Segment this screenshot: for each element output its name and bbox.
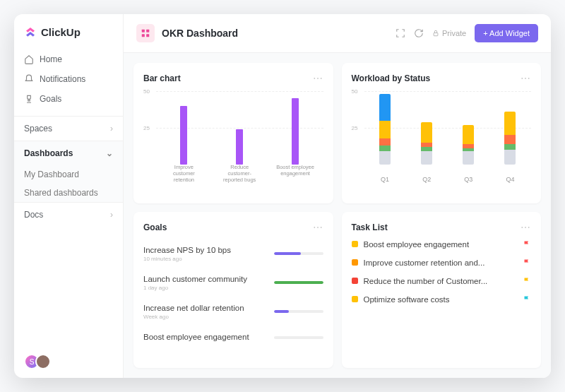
flag-icon — [523, 295, 531, 304]
goal-name: Launch customer community — [143, 275, 247, 283]
task-name: Improve customer retention and... — [364, 259, 518, 267]
status-dot — [352, 278, 358, 284]
app-window: ClickUp Home Notifications Goals Spaces … — [14, 14, 551, 378]
add-widget-button[interactable]: + Add Widget — [475, 24, 538, 42]
goals-list: Increase NPS by 10 bps 10 minutes ago La… — [143, 240, 323, 348]
x-axis-label: Q4 — [496, 176, 524, 183]
x-axis-label: Reduce customer-reported bugs — [220, 164, 259, 183]
bar-chart: 2550Improve customer retentionReduce cus… — [143, 91, 323, 183]
more-icon[interactable]: ⋯ — [521, 222, 531, 233]
card-title: Goals — [143, 222, 167, 232]
topbar-actions: Private + Add Widget — [396, 24, 538, 42]
goal-name: Increase net dollar retention — [143, 304, 244, 312]
nav-shared-dashboards[interactable]: Shared dashboards — [14, 184, 123, 202]
nav-dashboards[interactable]: Dashboards ⌄ — [14, 141, 123, 165]
nav-spaces[interactable]: Spaces › — [14, 116, 123, 141]
goal-name: Increase NPS by 10 bps — [143, 246, 231, 254]
more-icon[interactable]: ⋯ — [313, 73, 323, 84]
topbar: OKR Dashboard Private + Add Widget — [124, 14, 551, 53]
card-tasks: Task List ⋯ Boost employee engagement Im… — [342, 212, 542, 369]
flag-icon — [523, 259, 531, 267]
nav-dashboards-section: Dashboards ⌄ My Dashboard Shared dashboa… — [14, 141, 123, 202]
dashboards-label: Dashboards — [24, 148, 73, 158]
card-goals: Goals ⋯ Increase NPS by 10 bps 10 minute… — [133, 212, 333, 369]
goal-item[interactable]: Increase net dollar retention Week ago — [143, 298, 323, 326]
user-avatars: S — [14, 345, 123, 378]
nav-label: Goals — [40, 94, 61, 104]
dashboard-content: Bar chart ⋯ 2550Improve customer retenti… — [124, 53, 551, 378]
page-title: OKR Dashboard — [162, 28, 238, 39]
nav-label: Home — [40, 54, 62, 64]
chart-bar — [379, 94, 391, 165]
svg-rect-3 — [146, 34, 149, 37]
progress-bar — [274, 281, 323, 284]
goal-time: 10 minutes ago — [143, 256, 231, 262]
lock-icon — [432, 30, 439, 37]
expand-icon[interactable] — [396, 28, 405, 38]
svg-rect-2 — [142, 34, 145, 37]
flag-icon — [523, 240, 531, 249]
card-title: Workload by Status — [352, 73, 431, 83]
spaces-label: Spaces — [24, 124, 52, 133]
flag-icon — [523, 277, 531, 285]
brand-text: ClickUp — [41, 26, 81, 38]
chart-bar — [463, 125, 474, 165]
progress-bar — [274, 310, 323, 313]
trophy-icon — [24, 94, 34, 104]
svg-rect-4 — [434, 33, 438, 36]
stacked-bar-chart: 2550Q1Q2Q3Q4 — [352, 91, 532, 183]
card-workload: Workload by Status ⋯ 2550Q1Q2Q3Q4 — [342, 63, 542, 203]
goal-time: 1 day ago — [143, 285, 247, 291]
goal-name: Boost employee engagement — [143, 333, 249, 341]
svg-rect-1 — [146, 30, 149, 32]
chart-bar — [180, 106, 187, 165]
nav-primary: Home Notifications Goals — [14, 49, 123, 109]
nav-notifications[interactable]: Notifications — [24, 69, 113, 89]
task-item[interactable]: Boost employee engagement — [352, 240, 532, 249]
chevron-down-icon: ⌄ — [106, 148, 113, 158]
status-dot — [352, 259, 358, 266]
more-icon[interactable]: ⋯ — [521, 73, 531, 84]
chart-bar — [236, 129, 243, 165]
goal-time: Week ago — [143, 314, 244, 320]
main: OKR Dashboard Private + Add Widget Bar c… — [124, 14, 551, 378]
x-axis-label: Q3 — [454, 176, 482, 183]
nav-docs[interactable]: Docs › — [14, 202, 123, 227]
goal-item[interactable]: Launch customer community 1 day ago — [143, 269, 323, 297]
progress-bar — [274, 252, 323, 255]
refresh-icon[interactable] — [414, 28, 424, 38]
chart-bar — [292, 98, 299, 165]
card-title: Bar chart — [143, 73, 181, 83]
task-item[interactable]: Reduce the number of Customer... — [352, 277, 532, 285]
task-item[interactable]: Improve customer retention and... — [352, 259, 532, 267]
privacy-indicator[interactable]: Private — [432, 29, 466, 37]
svg-rect-0 — [142, 30, 145, 32]
card-title: Task List — [352, 222, 388, 232]
nav-goals[interactable]: Goals — [24, 89, 113, 109]
x-axis-label: Improve customer retention — [164, 164, 203, 183]
x-axis-label: Q2 — [412, 176, 441, 183]
chart-bar — [421, 122, 432, 165]
task-name: Boost employee engagement — [364, 240, 518, 249]
goal-item[interactable]: Boost employee engagement — [143, 327, 323, 348]
nav-home[interactable]: Home — [24, 49, 113, 69]
more-icon[interactable]: ⋯ — [313, 222, 323, 233]
goal-item[interactable]: Increase NPS by 10 bps 10 minutes ago — [143, 240, 323, 268]
dashboard-icon — [136, 24, 155, 42]
x-axis-label: Q1 — [371, 176, 399, 183]
clickup-logo-icon — [24, 25, 37, 38]
task-item[interactable]: Optimize software costs — [352, 295, 532, 304]
chart-bar — [504, 112, 516, 165]
brand: ClickUp — [14, 14, 123, 49]
status-dot — [352, 241, 358, 247]
docs-label: Docs — [24, 210, 43, 220]
avatar[interactable] — [35, 354, 51, 369]
home-icon — [24, 54, 34, 64]
task-name: Reduce the number of Customer... — [364, 277, 518, 285]
chevron-right-icon: › — [110, 210, 113, 220]
task-name: Optimize software costs — [364, 295, 518, 304]
private-label: Private — [442, 29, 466, 37]
nav-my-dashboard[interactable]: My Dashboard — [14, 165, 123, 184]
nav-label: Notifications — [40, 74, 85, 84]
bell-icon — [24, 74, 34, 84]
